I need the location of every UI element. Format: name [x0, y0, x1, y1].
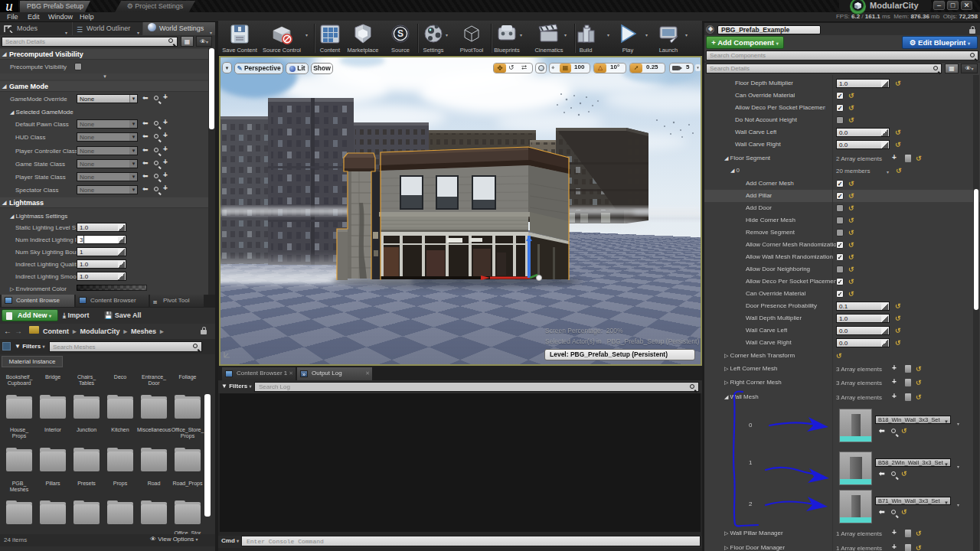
svg-text:S: S: [397, 28, 403, 39]
